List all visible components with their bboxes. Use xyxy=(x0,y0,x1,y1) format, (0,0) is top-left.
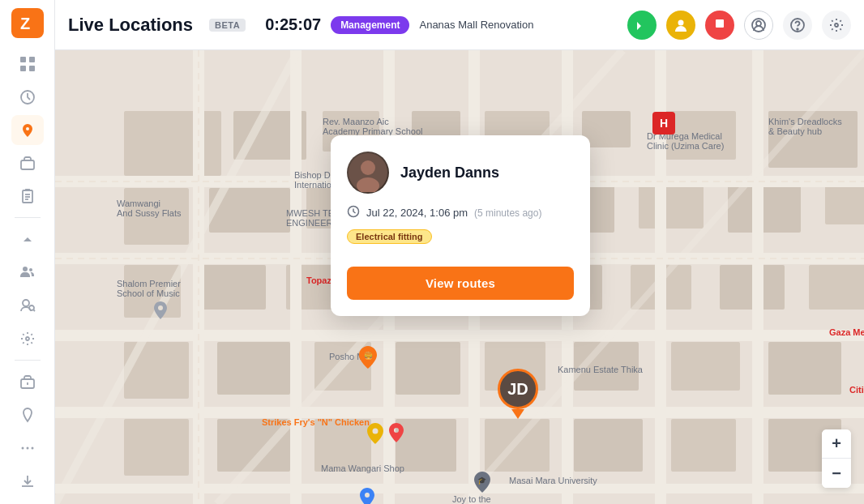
svg-rect-62 xyxy=(124,419,189,476)
sidebar-item-briefcase[interactable] xyxy=(11,148,44,178)
svg-rect-60 xyxy=(671,342,740,391)
clock-icon xyxy=(347,205,360,220)
poi-pin-1 xyxy=(154,301,167,322)
popup-avatar xyxy=(347,152,389,194)
sidebar-item-team[interactable] xyxy=(11,258,44,288)
person-icon-btn[interactable] xyxy=(666,11,695,40)
poi-food-1: 🍔 xyxy=(359,346,377,372)
route-icon-btn[interactable] xyxy=(627,11,657,40)
svg-rect-4 xyxy=(29,66,35,71)
settings-btn[interactable] xyxy=(822,11,851,40)
svg-line-13 xyxy=(33,310,35,312)
sidebar-divider-1 xyxy=(15,217,41,218)
poi-blue-pin xyxy=(360,488,374,504)
svg-rect-73 xyxy=(55,407,864,418)
sidebar-item-dashboard[interactable] xyxy=(11,49,44,79)
svg-point-25 xyxy=(797,28,798,30)
svg-rect-61 xyxy=(768,342,841,395)
svg-rect-68 xyxy=(671,419,736,472)
svg-point-19 xyxy=(31,446,33,449)
svg-rect-36 xyxy=(124,188,189,245)
zoom-in-button[interactable]: + xyxy=(822,429,851,459)
svg-point-26 xyxy=(835,23,838,27)
sidebar-item-download[interactable] xyxy=(11,466,44,496)
svg-text:🎓: 🎓 xyxy=(477,476,487,485)
svg-rect-74 xyxy=(55,484,864,493)
sidebar: Z xyxy=(0,0,55,504)
zoom-out-button[interactable]: − xyxy=(822,459,851,488)
svg-point-92 xyxy=(361,160,375,175)
svg-rect-65 xyxy=(396,419,456,472)
project-label: Ananas Mall Renovation xyxy=(419,19,533,31)
sidebar-item-collapse[interactable] xyxy=(11,224,44,254)
svg-rect-81 xyxy=(752,50,763,504)
popup-user-name: Jayden Danns xyxy=(400,164,499,182)
user-popup-card: Jayden Danns Jul 22, 2024, 1:06 pm (5 mi… xyxy=(331,135,590,316)
svg-rect-55 xyxy=(217,342,290,395)
svg-point-17 xyxy=(21,446,24,449)
svg-rect-21 xyxy=(716,19,724,28)
sidebar-item-clipboard[interactable] xyxy=(11,182,44,211)
popup-time-ago: (5 minutes ago) xyxy=(474,207,541,219)
help-btn[interactable] xyxy=(783,11,812,40)
svg-rect-6 xyxy=(21,160,34,169)
sidebar-item-more[interactable] xyxy=(11,433,44,463)
popup-tag: Electrical fitting xyxy=(347,229,432,244)
main-area: Live Locations BETA 0:25:07 Management A… xyxy=(55,0,864,504)
svg-point-18 xyxy=(26,446,28,449)
svg-point-11 xyxy=(23,300,29,306)
header: Live Locations BETA 0:25:07 Management A… xyxy=(55,0,864,50)
svg-rect-64 xyxy=(314,419,371,472)
svg-rect-57 xyxy=(396,342,460,395)
sidebar-item-suitcase[interactable] xyxy=(11,367,44,397)
page-title: Live Locations xyxy=(68,15,193,36)
svg-text:🍔: 🍔 xyxy=(364,351,374,361)
svg-rect-2 xyxy=(29,57,35,62)
poi-red-pin xyxy=(389,423,404,446)
zoom-controls: + − xyxy=(822,429,851,488)
stop-icon-btn[interactable] xyxy=(705,11,734,40)
popup-time-row: Jul 22, 2024, 1:06 pm (5 minutes ago) xyxy=(347,205,574,220)
sidebar-item-settings-adv[interactable] xyxy=(11,323,44,353)
svg-rect-76 xyxy=(290,50,302,504)
popup-timestamp: Jul 22, 2024, 1:06 pm xyxy=(366,207,468,219)
svg-rect-67 xyxy=(574,419,643,472)
svg-point-14 xyxy=(26,337,29,340)
sidebar-item-clock[interactable] xyxy=(11,82,44,112)
poi-edu-pin: 🎓 xyxy=(474,472,490,496)
hospital-marker: H xyxy=(652,112,675,135)
app-logo[interactable]: Z xyxy=(11,8,44,38)
management-badge[interactable]: Management xyxy=(331,16,409,34)
user-circle-btn[interactable] xyxy=(744,11,773,40)
popup-header: Jayden Danns xyxy=(347,152,574,194)
svg-rect-72 xyxy=(55,330,864,341)
header-timer: 0:25:07 xyxy=(265,15,321,34)
svg-rect-28 xyxy=(124,111,221,176)
svg-rect-1 xyxy=(20,57,26,62)
sidebar-divider-2 xyxy=(15,360,41,361)
beta-badge: BETA xyxy=(209,19,246,32)
svg-rect-53 xyxy=(809,265,864,310)
sidebar-item-location[interactable] xyxy=(11,115,44,145)
view-routes-button[interactable]: View routes xyxy=(347,267,574,300)
sidebar-item-search-person[interactable] xyxy=(11,291,44,321)
svg-rect-46 xyxy=(201,265,266,310)
sidebar-item-pin[interactable] xyxy=(11,400,44,430)
poi-food-2 xyxy=(367,423,383,447)
svg-rect-3 xyxy=(20,66,26,71)
svg-point-20 xyxy=(678,19,684,25)
svg-text:Z: Z xyxy=(20,15,30,32)
map-container[interactable]: Rev. Maanzo AicAcademy Primary School Kh… xyxy=(55,50,864,504)
svg-rect-44 xyxy=(825,184,864,224)
svg-rect-42 xyxy=(639,184,704,229)
user-location-pin[interactable]: JD xyxy=(498,369,538,419)
